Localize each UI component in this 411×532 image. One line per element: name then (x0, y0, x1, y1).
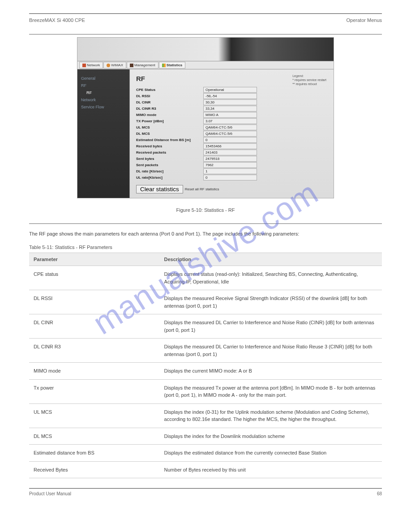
param-cell: MIMO mode (29, 363, 160, 380)
top-rule (29, 13, 382, 14)
desc-cell: Displays the current MIMO mode: A or B (160, 363, 382, 380)
field-row: DL rate [Kb/sec]1 (136, 168, 327, 174)
param-cell: DL RSSI (29, 290, 160, 314)
page-header: BreezeMAX Si 4000 CPE Operator Menus (29, 17, 382, 23)
field-row: UL rate[Kb/sec]0 (136, 175, 327, 180)
col-header-parameter: Parameter (29, 253, 160, 266)
section-description: The RF page shows the main parameters fo… (29, 231, 382, 236)
reset-rf-statistics-link[interactable]: Reset all RF statistics (185, 187, 219, 191)
field-label: DL CINR R3 (136, 107, 203, 111)
field-value: 0 (203, 137, 257, 143)
field-value: 3.07 (203, 118, 257, 124)
field-value: 33,34 (203, 106, 257, 112)
field-value: 30,30 (203, 99, 257, 105)
clear-statistics-button[interactable]: Clear statistics (136, 185, 183, 193)
field-label: DL CINR (136, 100, 203, 104)
field-row: Estimated Distance from BS [m]0 (136, 137, 327, 143)
figure-caption: Figure 5-10: Statistics - RF (29, 207, 382, 213)
table-row: DL CINR R3Displays the measured DL Carri… (29, 339, 382, 363)
field-label: Sent bytes (136, 157, 203, 161)
field-label: UL MCS (136, 125, 203, 129)
field-list: CPE StatusOperationalDL RSSI-58,-54DL CI… (136, 87, 327, 180)
table-row: MIMO modeDisplays the current MIMO mode:… (29, 363, 382, 380)
sidebar-item-general[interactable]: General (81, 75, 126, 82)
tab-wimax[interactable]: WiMAX (103, 62, 126, 69)
field-value: 1 (203, 168, 257, 174)
field-value: QAM64-CTC-5/6 (203, 131, 257, 137)
field-label: DL rate [Kb/sec] (136, 169, 203, 173)
field-label: DL MCS (136, 132, 203, 136)
field-value: 7962 (203, 162, 257, 168)
field-label: Received bytes (136, 144, 203, 148)
header-left: BreezeMAX Si 4000 CPE (29, 17, 85, 23)
field-label: MIMO mode (136, 113, 203, 117)
content-panel: RF Legend: * requires service restart **… (129, 69, 334, 198)
field-row: MIMO modeMIMO A (136, 112, 327, 118)
field-value: QAM64-CTC-5/6 (203, 124, 257, 130)
table-row: Tx powerDisplays the measured Tx power a… (29, 379, 382, 403)
sidebar: General RF RF Network Service Flow (77, 69, 129, 198)
param-cell: DL CINR (29, 314, 160, 339)
legend-line2: ** requires reboot (292, 82, 326, 86)
param-cell: CPE status (29, 266, 160, 290)
param-cell: DL MCS (29, 428, 160, 445)
field-value: 0 (203, 175, 257, 180)
tab-statistics[interactable]: Statistics (159, 62, 186, 69)
parameters-table: Parameter Description CPE statusDisplays… (29, 253, 382, 478)
field-row: DL CINR R333,34 (136, 106, 327, 112)
footer-right: 68 (377, 491, 382, 496)
field-value: 2479518 (203, 156, 257, 162)
field-row: Sent bytes2479518 (136, 156, 327, 162)
field-row: TX Power [dBm]3.07 (136, 118, 327, 124)
field-value: 241403 (203, 150, 257, 155)
field-label: Estimated Distance from BS [m] (136, 138, 203, 142)
desc-cell: Displays the measured DL Carrier to Inte… (160, 314, 382, 339)
param-cell: DL CINR R3 (29, 339, 160, 363)
statistics-icon (162, 64, 166, 67)
workarea: General RF RF Network Service Flow RF Le… (77, 69, 334, 198)
desc-cell: Displays the measured Tx power at the an… (160, 379, 382, 403)
field-row: DL RSSI-58,-54 (136, 93, 327, 99)
footer-left: Product User Manual (29, 491, 71, 496)
sidebar-item-rf-child[interactable]: RF (81, 89, 126, 96)
table-row: UL MCSDisplays the index (0-31) for the … (29, 403, 382, 428)
field-value: 15453466 (203, 143, 257, 149)
sidebar-item-service-flow[interactable]: Service Flow (81, 103, 126, 111)
tab-bar: Network WiMAX Management Statistics (77, 61, 334, 69)
tab-label: Network (87, 63, 100, 67)
sidebar-item-network[interactable]: Network (81, 96, 126, 103)
field-value: -58,-54 (203, 93, 257, 99)
field-row: UL MCSQAM64-CTC-5/6 (136, 124, 327, 130)
field-value: Operational (203, 87, 257, 93)
table-header-row: Parameter Description (29, 253, 382, 266)
header-right: Operator Menus (347, 17, 382, 23)
tab-label: Statistics (167, 63, 183, 67)
table-row: DL CINRDisplays the measured DL Carrier … (29, 314, 382, 339)
param-cell: Received Bytes (29, 461, 160, 478)
field-row: Received bytes15453466 (136, 143, 327, 149)
tab-network[interactable]: Network (79, 62, 103, 69)
tab-management[interactable]: Management (127, 62, 158, 69)
field-row: CPE StatusOperational (136, 87, 327, 93)
table-title: Table 5-11: Statistics - RF Parameters (29, 245, 382, 250)
sidebar-item-rf[interactable]: RF (81, 82, 126, 89)
field-label: CPE Status (136, 88, 203, 92)
field-row: DL MCSQAM64-CTC-5/6 (136, 131, 327, 137)
desc-cell: Displays the estimated distance from the… (160, 445, 382, 462)
screenshot-container: Network WiMAX Management Statistics Gene… (29, 34, 382, 198)
field-label: DL RSSI (136, 94, 203, 98)
param-cell: Tx power (29, 379, 160, 403)
field-row: Received packets241403 (136, 150, 327, 155)
param-cell: UL MCS (29, 403, 160, 428)
management-icon (130, 64, 133, 67)
field-label: Sent packets (136, 163, 203, 167)
field-row: DL CINR30,30 (136, 99, 327, 105)
param-cell: Estimated distance from BS (29, 445, 160, 462)
tab-label: Management (134, 63, 155, 67)
screenshot: Network WiMAX Management Statistics Gene… (77, 37, 334, 198)
banner (77, 38, 334, 61)
desc-cell: Number of Bytes received by this unit (160, 461, 382, 478)
network-icon (82, 64, 86, 67)
legend-box: Legend: * requires service restart ** re… (292, 74, 326, 86)
desc-cell: Displays the index for the Downlink modu… (160, 428, 382, 445)
